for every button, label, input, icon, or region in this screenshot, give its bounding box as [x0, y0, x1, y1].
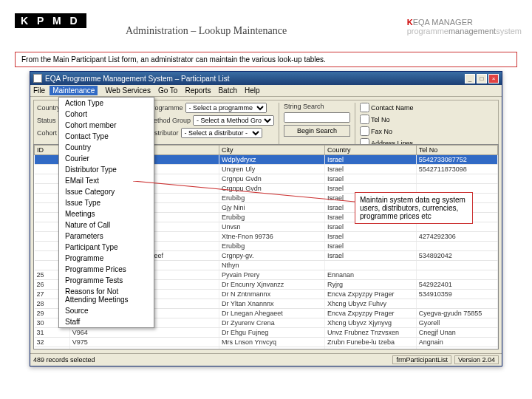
cell-hospital: V975: [69, 338, 219, 347]
menuitem-programme-tests[interactable]: Programme Tests: [59, 275, 154, 286]
cell-city: Dr N Zntnmannx: [219, 290, 325, 299]
cell-tel: 542922401: [416, 280, 497, 290]
chk-fax[interactable]: [360, 126, 369, 136]
chk-contact-label: Contact Name: [371, 104, 414, 112]
menuitem-cohort-member[interactable]: Cohort member: [59, 120, 154, 131]
distributor-select[interactable]: - Select a distributor -: [181, 128, 262, 138]
table-row[interactable]: 33V976Dr Gvvln LeszvnahPibcim UblcvgnyXt…: [35, 347, 498, 350]
cell-tel: Gyorell: [416, 318, 497, 328]
menuitem-source[interactable]: Source: [59, 305, 154, 316]
app-icon: [33, 74, 42, 83]
cell-id: 32: [35, 338, 70, 347]
col-country[interactable]: Country: [325, 146, 417, 155]
cell-tel: [416, 270, 497, 280]
menuitem-nature-of-call[interactable]: Nature of Call: [59, 219, 154, 231]
cell-tel: Angnain: [416, 338, 497, 347]
cell-country: Xhcng Ubyvz Xjynyvg: [325, 318, 417, 328]
menu-file[interactable]: File: [33, 86, 45, 95]
status-tab: frmParticipantList: [392, 355, 451, 364]
cell-country: Unvz Frubnez Tnzvsxen: [325, 328, 417, 338]
callout-box: Maintain system data eg system users, di…: [355, 192, 473, 224]
menu-web-services[interactable]: Web Services: [105, 86, 151, 95]
cell-tel: 534910359: [416, 290, 497, 299]
cell-city: Crgnpu Gvdn: [219, 174, 325, 184]
menuitem-courier[interactable]: Courier: [59, 153, 154, 164]
chk-tel[interactable]: [360, 115, 369, 124]
cell-country: Ryjrg: [325, 280, 417, 290]
cell-country: Encva Zxpyzpy Prager: [325, 290, 417, 299]
begin-search-button[interactable]: Begin Search: [284, 125, 350, 137]
cell-country: Israel: [325, 165, 417, 174]
cell-country: Israel: [325, 155, 417, 165]
country-label: Country: [37, 104, 61, 112]
menu-help[interactable]: Help: [245, 86, 260, 95]
cell-city: Pyvain Prery: [219, 270, 325, 280]
menuitem-country[interactable]: Country: [59, 142, 154, 153]
brand-system: system: [496, 27, 522, 35]
menu-batch[interactable]: Batch: [218, 86, 237, 95]
menuitem-staff[interactable]: Staff: [59, 316, 154, 327]
cell-city: Dr Zyurenv Crena: [219, 318, 325, 328]
col-tel-no[interactable]: Tel No: [416, 146, 497, 155]
minimize-button[interactable]: _: [465, 74, 475, 83]
brand-tagline: KEQA MANAGER programmemanagementsystem: [407, 18, 522, 35]
cell-country: Ennanan: [325, 270, 417, 280]
menubar: FileMaintenanceWeb ServicesGo ToReportsB…: [30, 85, 502, 97]
methodgroup-label: Method Group: [149, 117, 191, 124]
cell-tel: [416, 299, 497, 309]
cell-country: Israel: [325, 174, 417, 184]
chk-tel-label: Tel No: [371, 116, 390, 123]
menuitem-reasons-for-not-attending-meetings[interactable]: Reasons for Not Attending Meetings: [59, 286, 154, 305]
cell-tel: [416, 261, 497, 270]
table-row[interactable]: 31V964Dr Ehgu FujnegUnvz Frubnez Tnzvsxe…: [35, 328, 498, 338]
table-row[interactable]: 32V975Mrs Lnson YnvcyqZrubn Funebe-lu Iz…: [35, 338, 498, 347]
cell-city: Dr Gvvln Leszvnah: [219, 347, 325, 350]
cell-tel: 534892042: [416, 251, 497, 261]
menuitem-meetings[interactable]: Meetings: [59, 208, 154, 219]
menuitem-distributor-type[interactable]: Distributor Type: [59, 164, 154, 175]
cell-tel: Xtar-Fnba 39656: [416, 347, 497, 350]
menuitem-programme[interactable]: Programme: [59, 253, 154, 264]
menuitem-email-text[interactable]: EMail Text: [59, 175, 154, 186]
window-title: EQA Programme Management System – Partic…: [45, 75, 230, 83]
cell-id: 33: [35, 347, 70, 350]
search-input[interactable]: [284, 112, 350, 123]
cell-tel: [416, 242, 497, 251]
chk-contact[interactable]: [360, 103, 369, 112]
cohort-label: Cohort: [37, 129, 57, 137]
menuitem-participant-type[interactable]: Participant Type: [59, 242, 154, 253]
cell-city: Dr Yltan Xnannnx: [219, 299, 325, 309]
cell-city: Xtne-Fnon 99736: [219, 232, 325, 242]
cell-city: Unqren Uly: [219, 165, 325, 174]
caption: From the Main Participant List form, an …: [15, 52, 517, 67]
titlebar: EQA Programme Management System – Partic…: [30, 72, 502, 85]
menuitem-issue-type[interactable]: Issue Type: [59, 197, 154, 208]
menuitem-contact-type[interactable]: Contact Type: [59, 131, 154, 142]
col-city[interactable]: City: [219, 146, 325, 155]
brand-k: K: [407, 18, 413, 27]
cell-tel: Cnegjf Unan: [416, 328, 497, 338]
cell-id: 31: [35, 328, 70, 338]
menuitem-issue-category[interactable]: Issue Category: [59, 186, 154, 197]
methodgroup-select[interactable]: - Select a Method Group -: [193, 115, 274, 126]
menuitem-action-type[interactable]: Action Type: [59, 98, 154, 109]
menuitem-parameters[interactable]: Parameters: [59, 231, 154, 242]
cell-city: Dr Ehgu Fujneg: [219, 328, 325, 338]
cell-tel: 5542733087752: [416, 155, 497, 165]
version-label: Version 2.04: [454, 355, 499, 364]
menuitem-cohort[interactable]: Cohort: [59, 109, 154, 120]
close-button[interactable]: ×: [488, 74, 499, 83]
cell-hospital: V976: [69, 347, 219, 350]
menu-reports[interactable]: Reports: [185, 86, 211, 95]
menuitem-programme-prices[interactable]: Programme Prices: [59, 264, 154, 275]
menu-maintenance[interactable]: Maintenance: [50, 86, 98, 95]
brand-programme: programme: [407, 27, 449, 35]
cell-city: Crgnpu Gvdn: [219, 184, 325, 194]
menu-go-to[interactable]: Go To: [158, 86, 178, 95]
maximize-button[interactable]: □: [477, 74, 487, 83]
cell-country: Xhcng Ubyvz Fuhvy: [325, 299, 417, 309]
status-label: Status: [37, 117, 56, 124]
cell-country: Israel: [325, 251, 417, 261]
page-title: Administration – Lookup Maintenance: [126, 25, 287, 37]
programme-select[interactable]: - Select a programme -: [185, 103, 267, 113]
